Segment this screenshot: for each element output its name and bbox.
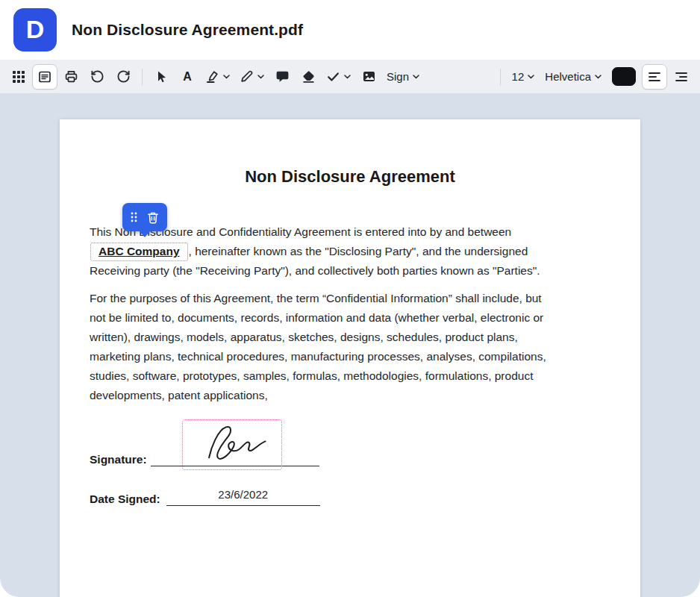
editor-canvas[interactable]: Non Disclosure Agreement — [0, 94, 700, 597]
align-right-button[interactable] — [669, 64, 694, 90]
signature-field[interactable] — [182, 419, 282, 470]
chevron-down-icon — [528, 75, 534, 79]
app-logo[interactable]: D — [13, 8, 57, 51]
grid-view-button[interactable] — [6, 64, 31, 90]
chevron-down-icon — [595, 75, 601, 79]
align-left-icon — [648, 70, 661, 84]
toolbar: A — [0, 60, 700, 94]
sign-tool-button[interactable]: Sign — [382, 64, 424, 90]
highlight-tool-button[interactable] — [201, 64, 234, 90]
delete-field-button[interactable] — [146, 210, 160, 225]
check-tool-button[interactable] — [322, 64, 355, 90]
text-tool-icon: A — [183, 71, 192, 83]
signature-line — [151, 451, 319, 466]
comment-icon — [275, 69, 290, 84]
undo-icon — [90, 69, 104, 84]
page-panel-button[interactable] — [32, 64, 57, 90]
erase-tool-button[interactable] — [296, 64, 321, 90]
text-color-swatch[interactable] — [612, 67, 636, 86]
eraser-icon — [301, 69, 316, 84]
comment-tool-button[interactable] — [269, 64, 295, 90]
date-signed-field[interactable]: 23/6/2022 — [218, 488, 268, 501]
image-icon — [362, 69, 376, 84]
field-toolbar-pointer — [139, 231, 151, 237]
highlighter-icon — [205, 69, 219, 84]
sign-label: Sign — [387, 70, 409, 83]
toolbar-right-group: 12 Helvetica — [495, 64, 694, 90]
cursor-icon — [154, 70, 168, 84]
app-window: D Non Disclosure Agreement.pdf — [0, 0, 700, 597]
pen-icon — [240, 69, 254, 84]
field-drag-handle[interactable] — [129, 210, 139, 224]
image-tool-button[interactable] — [356, 64, 381, 90]
printer-icon — [64, 69, 78, 84]
align-right-icon — [675, 70, 688, 84]
check-icon — [326, 69, 340, 84]
draw-tool-button[interactable] — [235, 64, 269, 90]
document-filename: Non Disclosure Agreement.pdf — [72, 21, 303, 39]
pdf-page: Non Disclosure Agreement — [60, 119, 640, 597]
paragraph-2: For the purposes of this Agreement, the … — [90, 289, 552, 405]
chevron-down-icon — [257, 75, 264, 79]
font-size-select[interactable]: 12 — [507, 64, 540, 90]
company-name-field[interactable]: ABC Company — [90, 243, 188, 261]
font-size-value: 12 — [512, 70, 525, 83]
signature-row: Signature: — [90, 451, 610, 466]
align-left-button[interactable] — [642, 64, 667, 90]
date-signed-label: Date Signed: — [90, 493, 160, 506]
company-name-value: ABC Company — [99, 245, 180, 257]
field-toolbar — [122, 203, 167, 231]
drag-handle-icon — [131, 212, 137, 222]
date-signed-row: Date Signed: 23/6/2022 — [90, 488, 610, 506]
chevron-down-icon — [344, 75, 351, 79]
toolbar-divider — [500, 69, 501, 85]
font-family-select[interactable]: Helvetica — [540, 64, 606, 90]
grid-icon — [13, 71, 25, 83]
text-tool-button[interactable]: A — [175, 64, 200, 90]
chevron-down-icon — [223, 75, 230, 79]
toolbar-divider — [142, 69, 143, 85]
signature-image — [189, 422, 275, 467]
redo-icon — [116, 69, 131, 84]
redo-button[interactable] — [110, 64, 136, 90]
font-family-value: Helvetica — [545, 70, 591, 83]
chevron-down-icon — [413, 75, 419, 79]
print-button[interactable] — [58, 64, 84, 90]
signature-label: Signature: — [90, 453, 147, 466]
page-panel-icon — [38, 70, 51, 84]
document-title: Non Disclosure Agreement — [90, 167, 610, 187]
header: D Non Disclosure Agreement.pdf — [0, 0, 700, 60]
trash-icon — [147, 211, 159, 224]
date-signed-line: 23/6/2022 — [166, 488, 320, 506]
undo-button[interactable] — [84, 64, 110, 90]
select-tool-button[interactable] — [149, 64, 174, 90]
app-logo-letter: D — [26, 16, 45, 42]
